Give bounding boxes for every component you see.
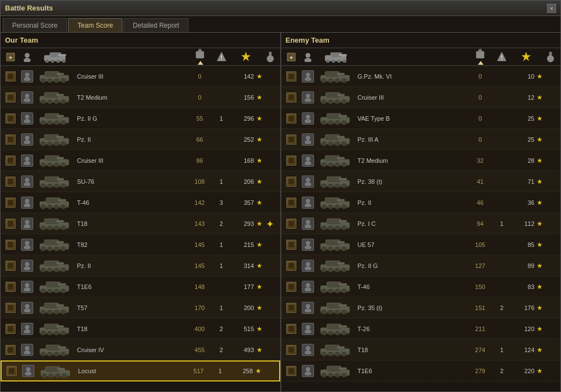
- svg-rect-260: [288, 178, 295, 185]
- avatar-col-header: [18, 52, 36, 62]
- avatar-cell: [18, 344, 36, 356]
- rank-cell: [284, 345, 299, 355]
- avatar-cell: [299, 176, 317, 188]
- svg-point-55: [24, 140, 30, 144]
- rank-cell: [284, 240, 299, 250]
- svg-rect-129: [40, 269, 69, 271]
- svg-rect-86: [7, 199, 14, 206]
- xp-cell: 89 ★: [509, 262, 543, 270]
- svg-rect-75: [7, 178, 14, 185]
- damage-value: 55: [186, 115, 214, 122]
- xp-col-header: [229, 51, 263, 63]
- tab-personal-score[interactable]: Personal Score: [3, 18, 67, 32]
- star-icon: ★: [537, 346, 543, 354]
- player-row: Pz. II 46 36 ★: [281, 192, 561, 213]
- tank-image-cell: [317, 299, 356, 316]
- svg-point-142: [25, 304, 29, 308]
- rank-icon: [6, 261, 16, 271]
- svg-rect-20: [7, 73, 14, 80]
- rank-cell: [284, 282, 299, 292]
- rank-icon: [6, 303, 16, 313]
- tank-name: T18: [75, 220, 186, 227]
- avatar-cell: [18, 302, 36, 314]
- xp-cell: 120 ★: [509, 325, 543, 333]
- player-row: Pz. II 145 1 314 ★: [1, 255, 280, 276]
- kills-value: 1: [214, 115, 229, 122]
- avatar-cell: [299, 133, 317, 146]
- xp-value: 296: [229, 115, 255, 122]
- sunburst-medal: ✦: [265, 218, 276, 229]
- player-avatar: [302, 218, 314, 230]
- our-team-col-headers: ★: [1, 48, 280, 66]
- star-icon: ★: [256, 199, 263, 207]
- svg-point-207: [305, 77, 311, 81]
- tank-image-cell: [317, 236, 356, 253]
- xp-value: 156: [229, 94, 255, 101]
- damage-value: 211: [466, 326, 494, 332]
- damage-value: 0: [466, 73, 494, 80]
- svg-point-120: [25, 262, 29, 266]
- tank-image-cell: [36, 131, 75, 148]
- player-avatar: [302, 154, 314, 167]
- player-avatar: [302, 323, 314, 335]
- svg-point-350: [305, 350, 311, 354]
- kills-value: 2: [494, 368, 509, 374]
- rank-icon: [7, 366, 17, 376]
- svg-point-7: [45, 59, 49, 63]
- rank-icon: [6, 240, 16, 250]
- tank-name: Pz. II G: [356, 262, 467, 269]
- tab-team-score[interactable]: Team Score: [68, 18, 122, 32]
- svg-point-338: [306, 325, 310, 329]
- damage-value: 151: [466, 305, 494, 311]
- svg-rect-30: [40, 79, 69, 81]
- enemy-team-header: Enemy Team: [281, 33, 561, 48]
- svg-marker-17: [241, 52, 250, 61]
- svg-rect-226: [321, 100, 349, 102]
- player-row: T18 274 1 124 ★: [281, 339, 561, 360]
- xp-cell: 25 ★: [509, 115, 543, 122]
- rank-col-header: ★: [3, 52, 18, 62]
- rank-icon: [286, 135, 296, 145]
- svg-rect-271: [288, 199, 295, 206]
- kills-value: 3: [214, 199, 229, 206]
- star-icon: ★: [256, 241, 263, 249]
- svg-rect-238: [288, 136, 295, 143]
- svg-rect-64: [7, 157, 14, 164]
- rank-cell: [284, 324, 299, 334]
- tank-name: T1E6: [75, 283, 186, 290]
- close-button[interactable]: ×: [547, 4, 556, 13]
- our-team-panel: Our Team ★: [1, 33, 281, 391]
- svg-point-21: [25, 73, 29, 76]
- tank-name: T2 Medium: [356, 157, 467, 164]
- xp-value: 206: [229, 178, 255, 185]
- svg-rect-293: [288, 241, 295, 248]
- xp-cell: 112 ★: [509, 220, 543, 228]
- damage-value: 127: [466, 262, 494, 269]
- svg-rect-157: [56, 326, 64, 327]
- svg-point-176: [25, 372, 32, 376]
- avatar-cell: [299, 344, 317, 356]
- player-row: Cruiser III 0 142 ★: [1, 66, 280, 87]
- svg-rect-287: [339, 220, 347, 222]
- player-row: Pz. I C 94 1 112 ★: [281, 213, 561, 234]
- svg-rect-140: [40, 290, 69, 292]
- xp-value: 124: [509, 347, 536, 353]
- rank-icon: [6, 114, 16, 123]
- svg-rect-179: [58, 368, 65, 370]
- xp-cell: 28 ★: [509, 157, 543, 164]
- player-avatar: [21, 302, 33, 314]
- svg-point-201: [501, 59, 502, 60]
- svg-rect-254: [337, 157, 344, 159]
- player-row: T82 145 1 215 ★: [1, 234, 280, 255]
- star-icon: ★: [537, 73, 543, 80]
- tab-detailed-report[interactable]: Detailed Report: [123, 18, 188, 32]
- kills-value: 1: [214, 262, 229, 269]
- svg-rect-141: [7, 305, 14, 311]
- svg-rect-204: [549, 52, 552, 56]
- tank-name: VAE Type B: [356, 115, 467, 122]
- svg-point-316: [306, 283, 310, 287]
- svg-point-272: [306, 199, 310, 203]
- avatar-cell: [299, 91, 317, 104]
- player-avatar: [21, 176, 33, 188]
- xp-cell: 177 ★: [229, 283, 263, 291]
